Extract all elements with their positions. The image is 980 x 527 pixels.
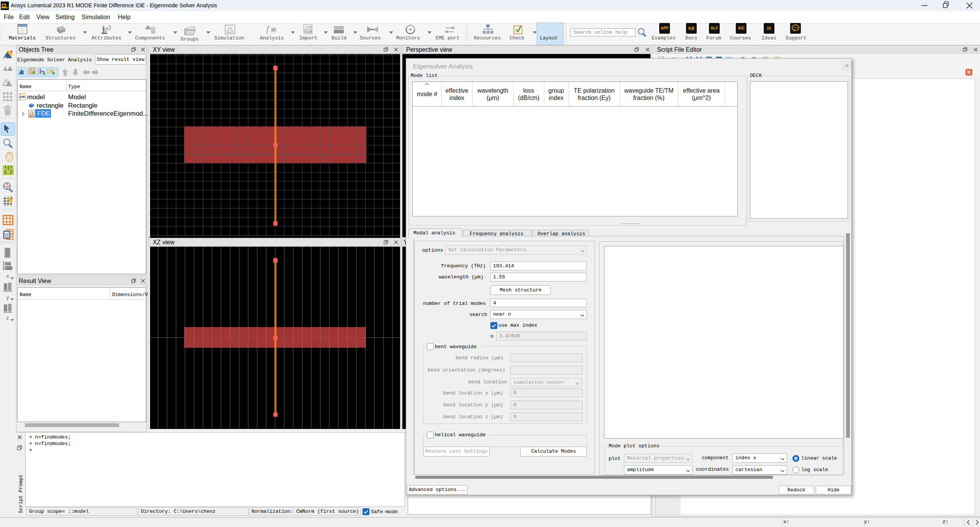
svg-text:f: f bbox=[266, 24, 270, 34]
svg-text:GDS: GDS bbox=[305, 29, 312, 33]
svg-text:1: 1 bbox=[4, 170, 7, 175]
svg-text:2: 2 bbox=[10, 170, 13, 175]
